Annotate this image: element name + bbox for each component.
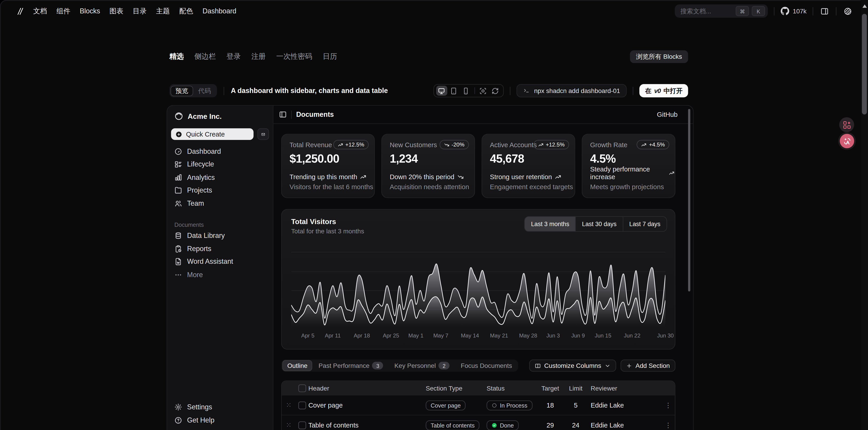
row-checkbox[interactable] [299,401,306,409]
app-window: 文档 组件 Blocks 图表 目录 主题 配色 Dashboard 搜索文档.… [0,0,861,430]
block-toolbar-right: npx shadcn add dashboard-01 在 v0 中打开 [433,84,688,98]
range-last-3-months[interactable]: Last 3 months [525,217,576,231]
row-menu-button[interactable]: ⋮ [661,421,675,429]
row-menu-button[interactable]: ⋮ [661,401,675,409]
columns-icon [535,363,541,369]
tab-signup[interactable]: 注册 [251,52,266,62]
v0-logo: v0 [654,87,661,94]
desktop-view-button[interactable] [436,86,447,96]
stat-cards: Total Revenue +12.5% $1,250.00 Trending … [281,134,675,198]
row-checkbox[interactable] [299,421,306,429]
select-all-checkbox[interactable] [299,384,306,392]
nav-link-components[interactable]: 组件 [57,6,70,15]
block-title: A dashboard with sidebar, charts and dat… [231,87,388,95]
refresh-button[interactable] [490,86,501,96]
sidebar-company[interactable]: Acme Inc. [167,111,273,121]
tab-outline[interactable]: Outline [282,360,313,371]
tablet-view-button[interactable] [448,86,459,96]
sidebar-item-word-assistant[interactable]: Word Assistant [167,255,273,268]
dashboard-github-link[interactable]: GitHub [657,111,678,119]
nav-link-themes[interactable]: 主题 [156,6,170,15]
page-title: Documents [296,111,334,119]
extension-components-button[interactable] [839,117,854,132]
nav-link-docs[interactable]: 文档 [33,6,47,15]
limit-cell[interactable]: 24 [561,421,591,429]
sidebar-item-label: Settings [187,403,212,411]
axis-tick-label: May 21 [490,332,508,339]
column-header: Target [540,385,561,391]
divider [224,87,224,95]
drag-handle[interactable]: ⁙ [282,423,296,427]
sidebar-item-label: Get Help [187,417,214,424]
documents-table: Header Section Type Status Target Limit … [281,381,675,430]
drag-handle[interactable]: ⁙ [282,403,296,407]
fullscreen-button[interactable] [477,86,489,96]
view-toggle-code[interactable]: 代码 [193,86,216,96]
preview-scrollbar-thumb[interactable] [688,109,690,291]
tab-login[interactable]: 登录 [226,52,241,62]
sidebar-item-data-library[interactable]: Data Library [167,229,273,242]
row-header-cell[interactable]: Table of contents [308,421,426,429]
target-cell[interactable]: 29 [540,421,561,429]
sidebar-item-get-help[interactable]: Get Help [167,414,273,427]
panel-left-icon[interactable] [279,111,287,119]
inbox-button[interactable] [257,128,269,140]
nav-link-dashboard[interactable]: Dashboard [203,7,236,15]
tab-key-personnel[interactable]: Key Personnel2 [390,360,455,371]
tab-sidebar[interactable]: 侧边栏 [194,52,216,62]
tab-past-performance[interactable]: Past Performance3 [313,360,388,371]
tab-focus-documents[interactable]: Focus Documents [456,360,517,371]
divider [633,87,633,95]
scrollbar-thumb[interactable] [862,14,867,114]
nav-link-colors[interactable]: 配色 [179,6,193,15]
sidebar-item-settings[interactable]: Settings [167,401,273,414]
sidebar-item-more[interactable]: More [167,268,273,281]
nav-link-charts[interactable]: 图表 [110,6,123,15]
nav-link-directory[interactable]: 目录 [133,6,147,15]
dashboard-content: Total Revenue +12.5% $1,250.00 Trending … [274,124,693,430]
range-last-7-days[interactable]: Last 7 days [623,217,666,231]
sidebar-item-analytics[interactable]: Analytics [167,171,273,184]
tab-calendar[interactable]: 日历 [323,52,337,62]
sidebar-item-dashboard[interactable]: Dashboard [167,145,273,158]
sidebar-item-label: Analytics [187,173,215,181]
add-section-button[interactable]: Add Section [621,360,675,372]
tab-otp[interactable]: 一次性密码 [276,52,312,62]
sidebar-item-reports[interactable]: Reports [167,242,273,255]
sidebar-item-search[interactable]: Search [167,427,273,430]
reviewer-cell[interactable]: Eddie Lake [591,401,661,409]
scrollbar-up-arrow[interactable] [862,4,867,8]
browse-all-blocks-button[interactable]: 浏览所有 Blocks [630,50,688,63]
chart-range-toggle: Last 3 months Last 30 days Last 7 days [524,217,667,232]
card-value: 1,234 [390,152,467,166]
axis-tick-label: Jun 30 [657,332,674,339]
browser-scrollbar[interactable] [861,0,868,430]
terminal-icon [523,87,530,94]
sidebar-item-team[interactable]: Team [167,197,273,210]
shadcn-logo-icon[interactable] [16,7,24,15]
range-last-30-days[interactable]: Last 30 days [576,217,623,231]
target-cell[interactable]: 18 [540,401,561,409]
axis-tick-label: May 1 [408,332,423,339]
tablet-icon [451,87,458,94]
layout-toggle-button[interactable] [819,6,830,16]
view-toggle-preview[interactable]: 预览 [170,86,193,96]
quick-create-button[interactable]: Quick Create [171,128,253,140]
limit-cell[interactable]: 5 [561,401,591,409]
reviewer-cell[interactable]: Eddie Lake [591,421,661,429]
divider [774,7,774,15]
extension-translate-button[interactable] [840,134,854,148]
sidebar-item-projects[interactable]: Projects [167,184,273,197]
nav-link-blocks[interactable]: Blocks [80,7,100,15]
row-header-cell[interactable]: Cover page [308,401,426,409]
open-in-v0-button[interactable]: 在 v0 中打开 [640,84,688,98]
sidebar-item-lifecycle[interactable]: Lifecycle [167,158,273,171]
github-link[interactable]: 107k [781,7,806,15]
tab-featured[interactable]: 精选 [169,52,184,62]
theme-toggle-button[interactable] [843,6,853,16]
customize-columns-button[interactable]: Customize Columns [529,360,616,372]
mobile-view-button[interactable] [461,86,472,96]
search-input[interactable]: 搜索文档... ⌘ K [675,4,768,18]
preview-scrollbar[interactable] [688,109,690,430]
copy-command-button[interactable]: npx shadcn add dashboard-01 [517,84,627,98]
